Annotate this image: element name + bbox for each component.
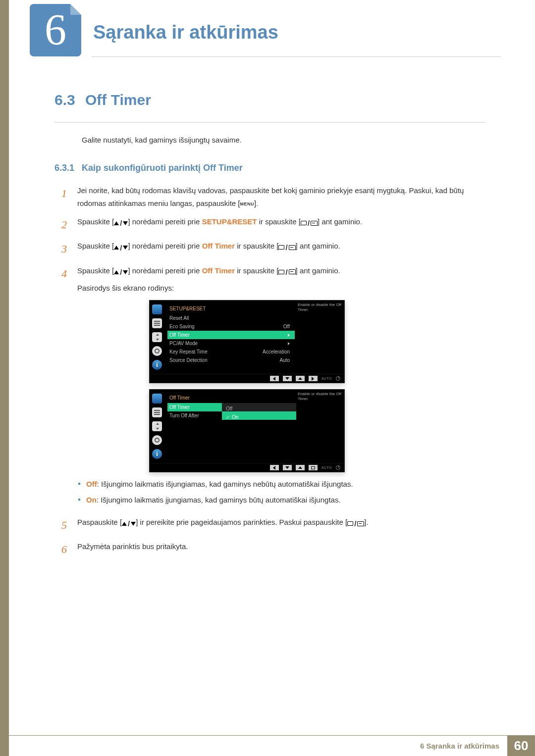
step-text: Paspauskite [ (77, 518, 122, 526)
osd-menu: SETUP&RESET Reset All Eco SavingOff Off … (164, 301, 295, 374)
keyword-on: On (86, 496, 97, 504)
subsection-title: Kaip sukonfigūruoti parinktį Off Timer (82, 163, 243, 173)
step-number: 3 (56, 240, 77, 258)
page: 6 Sąranka ir atkūrimas 6.3 Off Timer Gal… (0, 0, 535, 756)
osd-value: Auto (279, 356, 290, 364)
step-text: ] ant gaminio. (296, 266, 340, 275)
keyword-off-timer: Off Timer (202, 266, 235, 275)
step-text: Spauskite [ (77, 217, 114, 226)
select-enter-keys-icon: / (278, 266, 295, 279)
osd-row-pcav-mode: PC/AV Mode (167, 339, 295, 348)
up-down-keys-icon: / (114, 217, 128, 230)
osd-off-timer: i Off Timer Off Timer Turn Off After Off (149, 389, 345, 472)
nav-left-icon (270, 465, 279, 470)
osd-title: SETUP&RESET (167, 303, 295, 314)
left-edge-bar (0, 0, 9, 756)
osd-row-off-timer: Off Timer (167, 331, 295, 339)
step-2: 2 Spauskite [/] norėdami pereiti prie SE… (56, 215, 485, 234)
osd-tooltip: Enable or disable the Off Timer. (295, 390, 344, 463)
osd-title: Off Timer (167, 393, 295, 403)
keyword-setup-reset: SETUP&RESET (202, 217, 257, 226)
arrow-right-icon (288, 342, 290, 345)
osd-sidebar-icons: i (150, 301, 164, 374)
arrow-right-icon (288, 334, 290, 337)
footer-page-number: 60 (507, 735, 535, 756)
osd-value: Off (283, 322, 290, 331)
osd-row-key-repeat: Key Repeat TimeAcceleration (167, 348, 295, 356)
step-text: ]. (364, 518, 368, 526)
step-number: 2 (56, 215, 77, 234)
nav-enter-icon (309, 465, 318, 470)
osd-label: Reset All (169, 314, 189, 322)
resize-icon (152, 332, 162, 342)
content: 6.3 Off Timer Galite nustatyti, kad gami… (0, 57, 535, 559)
nav-right-icon (309, 376, 318, 381)
info-icon: i (152, 449, 162, 459)
osd-label: Turn Off After (169, 411, 199, 420)
bullet-text: : Išjungimo laikmatis įjungiamas, kad ga… (97, 496, 341, 504)
gear-icon (152, 435, 162, 445)
step-text: ]. (254, 199, 258, 207)
step-number: 5 (56, 516, 77, 534)
osd-row-source-detect: Source DetectionAuto (167, 356, 295, 364)
step-text: ] norėdami pereiti prie (128, 217, 202, 226)
chapter-header: 6 Sąranka ir atkūrimas (30, 0, 535, 56)
step-text: Pasirodys šis ekrano rodinys: (77, 282, 485, 295)
nav-up-icon (296, 465, 305, 470)
osd-label: Source Detection (169, 356, 208, 364)
info-icon: i (152, 360, 162, 370)
up-down-keys-icon: / (114, 242, 128, 254)
osd-label: Key Repeat Time (169, 348, 208, 356)
osd-value: Acceleration (263, 348, 290, 356)
power-icon (336, 465, 340, 470)
resize-icon (152, 421, 162, 431)
chapter-title: Sąranka ir atkūrimas (93, 22, 278, 43)
osd-dropdown: Off On (222, 403, 296, 420)
keyword-off-timer: Off Timer (202, 242, 235, 250)
osd-label: Off Timer (169, 331, 190, 339)
section-title: Off Timer (85, 92, 151, 108)
list-icon (152, 318, 162, 328)
step-text: ir spauskite [ (235, 266, 278, 275)
power-icon (336, 376, 340, 381)
step-text: ] norėdami pereiti prie (128, 242, 202, 250)
osd-tooltip: Enable or disable the Off Timer. (295, 301, 344, 374)
select-enter-keys-icon: / (301, 217, 318, 230)
step-text: ] ir pereikite prie pageidaujamos parink… (136, 518, 347, 526)
up-down-keys-icon: / (122, 517, 136, 530)
select-enter-keys-icon: / (347, 517, 364, 530)
bullet-on: On: Išjungimo laikmatis įjungiamas, kad … (77, 494, 485, 506)
osd-option-off: Off (222, 403, 296, 411)
section-number: 6.3 (54, 92, 85, 108)
gear-icon (152, 346, 162, 356)
step-text: Pažymėta parinktis bus pritaikyta. (77, 540, 485, 553)
nav-down-icon (283, 376, 292, 381)
chapter-number-block: 6 (30, 4, 81, 56)
section-rule (54, 122, 485, 123)
keyword-off: Off (86, 480, 97, 488)
footer-chapter: 6 Sąranka ir atkūrimas (420, 742, 499, 750)
bullet-off: Off: Išjungimo laikmatis išjungiamas, ka… (77, 478, 485, 490)
fold-corner-icon (70, 4, 81, 15)
osd-nav-bar: AUTO (150, 463, 344, 472)
section-intro: Galite nustatyti, kad gaminys išsijungtų… (82, 136, 485, 144)
step-text: ] norėdami pereiti prie (128, 266, 202, 275)
osd-option-on: On (222, 411, 296, 420)
osd-setup-reset: i SETUP&RESET Reset All Eco SavingOff Of… (149, 300, 345, 383)
step-4: 4 Spauskite [/] norėdami pereiti prie Of… (56, 264, 485, 510)
step-text: Spauskite [ (77, 266, 114, 275)
osd-nav-bar: AUTO (150, 374, 344, 383)
step-number: 1 (56, 184, 77, 202)
up-down-keys-icon: / (114, 266, 128, 279)
nav-left-icon (270, 376, 279, 381)
select-enter-keys-icon: / (278, 241, 295, 254)
step-text: ] ant gaminio. (318, 217, 362, 226)
monitor-icon (152, 304, 162, 314)
step-text: Spauskite [ (77, 242, 114, 250)
subsection-number: 6.3.1 (54, 163, 82, 173)
step-3: 3 Spauskite [/] norėdami pereiti prie Of… (56, 240, 485, 258)
step-list: 1 Jei norite, kad būtų rodomas klavišų v… (56, 184, 485, 559)
osd-screenshots: i SETUP&RESET Reset All Eco SavingOff Of… (149, 300, 485, 472)
nav-auto-label: AUTO (321, 376, 332, 382)
osd-label: Off Timer (169, 403, 190, 411)
